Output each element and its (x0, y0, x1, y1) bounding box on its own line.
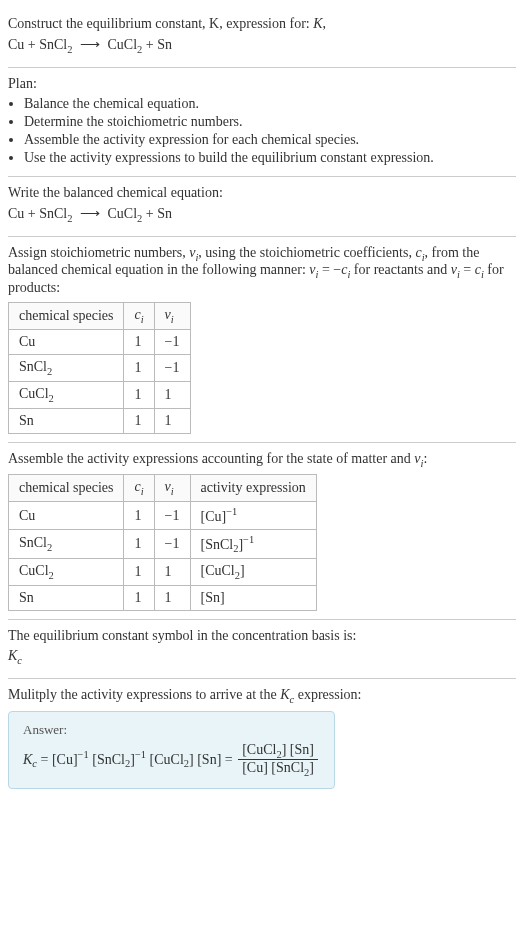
table-row: SnCl2 1 −1 (9, 354, 191, 381)
col-ci: ci (124, 303, 154, 330)
balanced-section: Write the balanced chemical equation: Cu… (8, 177, 516, 237)
balanced-heading: Write the balanced chemical equation: (8, 185, 516, 201)
plan-heading: Plan: (8, 76, 516, 92)
activity-table: chemical species ci νi activity expressi… (8, 474, 317, 611)
arrow-icon: ⟶ (76, 206, 104, 221)
assign-section: Assign stoichiometric numbers, νi, using… (8, 237, 516, 443)
answer-expression: Kc = [Cu]−1 [SnCl2]−1 [CuCl2] [Sn] = [Cu… (23, 742, 320, 779)
table-row: Sn 1 1 (9, 408, 191, 433)
table-row: CuCl2 1 1 (9, 381, 191, 408)
col-nui: νi (154, 475, 190, 502)
assign-text: Assign stoichiometric numbers, νi, using… (8, 245, 516, 297)
prompt-text: Construct the equilibrium constant, K, e… (8, 16, 516, 32)
table-header-row: chemical species ci νi (9, 303, 191, 330)
multiply-text: Mulitply the activity expressions to arr… (8, 687, 516, 705)
table-row: Cu 1 −1 (9, 329, 191, 354)
answer-label: Answer: (23, 722, 320, 738)
plan-item: Determine the stoichiometric numbers. (24, 114, 516, 130)
symbol-text: The equilibrium constant symbol in the c… (8, 628, 516, 644)
plan-item: Use the activity expressions to build th… (24, 150, 516, 166)
prompt-section: Construct the equilibrium constant, K, e… (8, 8, 516, 68)
prompt-line1: Construct the equilibrium constant, K, e… (8, 16, 310, 31)
prompt-reaction: Cu + SnCl2 ⟶ CuCl2 + Sn (8, 36, 516, 55)
arrow-icon: ⟶ (76, 37, 104, 52)
activity-text: Assemble the activity expressions accoun… (8, 451, 516, 469)
table-row: SnCl2 1 −1 [SnCl2]−1 (9, 529, 317, 558)
answer-box: Answer: Kc = [Cu]−1 [SnCl2]−1 [CuCl2] [S… (8, 711, 335, 790)
col-nui: νi (154, 303, 190, 330)
stoich-table: chemical species ci νi Cu 1 −1 SnCl2 1 −… (8, 302, 191, 433)
plan-section: Plan: Balance the chemical equation. Det… (8, 68, 516, 177)
plan-item: Assemble the activity expression for eac… (24, 132, 516, 148)
col-species: chemical species (9, 475, 124, 502)
table-row: CuCl2 1 1 [CuCl2] (9, 559, 317, 586)
symbol-kc: Kc (8, 648, 516, 666)
table-row: Cu 1 −1 [Cu]−1 (9, 502, 317, 530)
plan-list: Balance the chemical equation. Determine… (8, 96, 516, 166)
answer-section: Mulitply the activity expressions to arr… (8, 679, 516, 797)
table-row: Sn 1 1 [Sn] (9, 586, 317, 611)
col-activity: activity expression (190, 475, 316, 502)
col-species: chemical species (9, 303, 124, 330)
col-ci: ci (124, 475, 154, 502)
balanced-reaction: Cu + SnCl2 ⟶ CuCl2 + Sn (8, 205, 516, 224)
plan-item: Balance the chemical equation. (24, 96, 516, 112)
answer-fraction: [CuCl2] [Sn] [Cu] [SnCl2] (238, 742, 318, 779)
table-header-row: chemical species ci νi activity expressi… (9, 475, 317, 502)
activity-section: Assemble the activity expressions accoun… (8, 443, 516, 621)
symbol-section: The equilibrium constant symbol in the c… (8, 620, 516, 679)
